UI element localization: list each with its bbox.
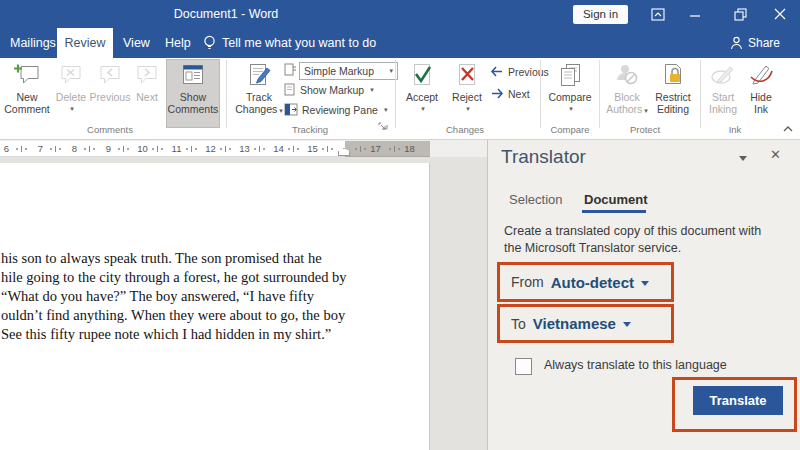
group-separator <box>540 60 541 128</box>
title-bar: Document1 - Word Sign in <box>0 0 800 28</box>
from-language-dropdown[interactable]: From Auto-detect <box>500 265 671 299</box>
close-icon[interactable] <box>770 6 790 22</box>
group-separator <box>226 60 227 128</box>
accept-button[interactable]: Accept ▾ <box>401 60 443 127</box>
delete-comment-icon <box>59 63 83 91</box>
pane-title: Translator <box>501 146 586 168</box>
document-text: his son to always speak truth. The son p… <box>0 163 429 344</box>
ruler-number: 18 <box>403 143 416 154</box>
accept-icon <box>410 63 434 91</box>
display-for-review-icon <box>284 63 297 76</box>
to-language-dropdown[interactable]: To Vietnamese <box>500 307 671 340</box>
to-value: Vietnamese <box>533 315 616 332</box>
dropdown-arrow-icon: ▾ <box>389 67 393 75</box>
start-inking-icon <box>710 63 736 91</box>
dropdown-arrow-icon: ▾ <box>644 107 648 114</box>
restore-icon[interactable] <box>730 6 750 22</box>
always-translate-label: Always translate to this language <box>544 358 727 372</box>
group-separator <box>700 60 701 128</box>
person-icon <box>730 36 743 50</box>
protect-group-label: Protect <box>605 124 685 135</box>
minimize-icon[interactable] <box>685 6 705 22</box>
block-authors-icon <box>614 63 640 91</box>
start-inking-button[interactable]: Start Inking <box>704 60 742 127</box>
from-value: Auto-detect <box>551 274 634 291</box>
group-separator <box>599 60 600 128</box>
collapse-ribbon-icon[interactable] <box>782 124 794 133</box>
ruler-number: 14 <box>272 143 285 154</box>
text-line: hile going to the city through a forest,… <box>1 268 429 287</box>
reviewing-pane-icon <box>284 103 298 116</box>
dropdown-arrow-icon: ▾ <box>384 106 388 114</box>
ruler-number: 15 <box>306 143 319 154</box>
comments-group-label: Comments <box>60 124 160 135</box>
pane-close-icon[interactable]: ✕ <box>770 147 781 162</box>
document-canvas: his son to always speak truth. The son p… <box>0 157 487 450</box>
block-authors-button[interactable]: Block Authors▾ <box>604 60 650 127</box>
previous-comment-button[interactable]: Previous <box>90 60 130 127</box>
ribbon-tab-row: Mailings Review View Help Tell me what y… <box>0 28 800 58</box>
group-separator <box>395 60 396 128</box>
ruler-number: 13 <box>238 143 251 154</box>
show-markup-icon <box>284 83 296 96</box>
previous-comment-icon <box>98 63 122 91</box>
tab-help[interactable]: Help <box>155 28 201 58</box>
next-comment-icon <box>135 63 159 91</box>
reject-button[interactable]: Reject ▾ <box>447 60 487 127</box>
ruler-number: 6 <box>0 143 13 154</box>
show-comments-icon <box>180 63 206 91</box>
tracking-group-label: Tracking <box>272 124 348 135</box>
tab-review[interactable]: Review <box>57 28 113 58</box>
tab-view[interactable]: View <box>113 28 160 58</box>
next-comment-button[interactable]: Next <box>131 60 163 127</box>
tab-document[interactable]: Document <box>584 192 648 207</box>
ruler-number: 9 <box>102 143 115 154</box>
window-title: Document1 - Word <box>0 0 452 28</box>
next-change-button[interactable]: Next <box>490 88 530 100</box>
simple-markup-dropdown[interactable]: Simple Markup ▾ <box>299 62 398 80</box>
ribbon-display-options-icon[interactable] <box>648 6 668 22</box>
show-comments-button[interactable]: Show Comments <box>167 60 219 127</box>
hide-ink-icon <box>748 63 774 91</box>
dropdown-arrow-icon: ▾ <box>370 86 374 94</box>
from-label: From <box>511 274 544 290</box>
restrict-editing-button[interactable]: Restrict Editing <box>650 60 696 127</box>
ruler-number: 7 <box>34 143 47 154</box>
dropdown-arrow-icon: ▾ <box>466 103 470 115</box>
pane-options-arrow-icon[interactable] <box>739 156 747 161</box>
translate-button[interactable]: Translate <box>693 386 783 415</box>
chevron-down-icon <box>641 281 649 286</box>
tracking-dialog-launcher-icon[interactable] <box>378 122 388 132</box>
text-line: See this fifty rupee note which I had hi… <box>1 325 429 344</box>
dropdown-arrow-icon: ▾ <box>279 107 283 114</box>
tab-mailings[interactable]: Mailings <box>0 28 66 58</box>
pane-description-line1: Create a translated copy of this documen… <box>504 224 761 238</box>
share-label: Share <box>748 36 780 50</box>
ruler-number: 11 <box>170 143 183 154</box>
changes-group-label: Changes <box>425 124 505 135</box>
hide-ink-button[interactable]: Hide Ink <box>744 60 778 127</box>
compare-button[interactable]: Compare ▾ <box>546 60 594 127</box>
tab-selection[interactable]: Selection <box>509 192 562 207</box>
text-line: “What do you have?” The boy answered, “I… <box>1 287 429 306</box>
document-page[interactable]: his son to always speak truth. The son p… <box>0 163 430 450</box>
reviewing-pane-button[interactable]: Reviewing Pane ▾ <box>284 103 387 116</box>
ink-group-label: Ink <box>700 124 770 135</box>
restrict-editing-icon <box>661 63 685 91</box>
reject-icon <box>455 63 479 91</box>
text-line: ouldn’t find anything. When they were ab… <box>1 306 429 325</box>
new-comment-icon <box>14 63 41 91</box>
tell-me-box[interactable]: Tell me what you want to do <box>203 28 376 58</box>
sign-in-button[interactable]: Sign in <box>573 5 628 24</box>
to-highlight-annotation: To Vietnamese <box>497 304 674 343</box>
chevron-down-icon <box>623 322 631 327</box>
share-button[interactable]: Share <box>730 30 780 56</box>
always-translate-checkbox[interactable] <box>515 358 532 375</box>
new-comment-button[interactable]: New Comment <box>4 60 50 127</box>
delete-comment-button[interactable]: Delete ▾ <box>52 60 90 127</box>
track-changes-button[interactable]: Track Changes▾ <box>232 60 286 127</box>
dropdown-arrow-icon: ▾ <box>569 103 573 115</box>
show-markup-button[interactable]: Show Markup ▾ <box>284 83 374 96</box>
ruler-number: 17 <box>369 143 382 154</box>
dropdown-arrow-icon: ▾ <box>421 103 425 115</box>
